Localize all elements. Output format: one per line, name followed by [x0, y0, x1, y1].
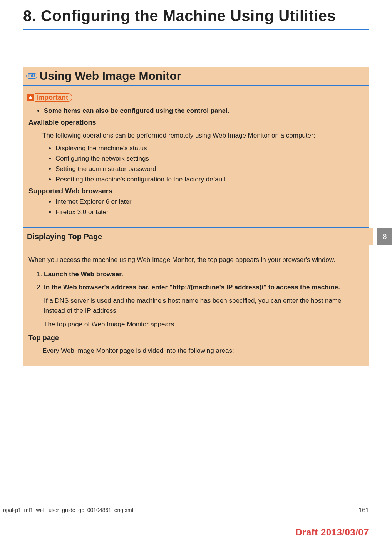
- subsection-heading-cell: Displaying Top Page: [23, 228, 373, 245]
- subsection-body: When you access the machine using Web Im…: [23, 245, 369, 356]
- step-item: Launch the Web browser.: [44, 269, 364, 279]
- step-body: The top page of Web Image Monitor appear…: [44, 319, 364, 329]
- chapter-side-tab: 8: [377, 228, 392, 245]
- section-heading: Using Web Image Monitor: [40, 69, 181, 82]
- available-ops-list: Displaying the machine's status Configur…: [28, 144, 364, 183]
- browsers-list: Internet Explorer 6 or later Firefox 3.0…: [28, 198, 364, 216]
- step-title: In the Web browser's address bar, enter …: [44, 284, 340, 291]
- footer-filename: opal-p1_mf1_wi-fi_user_guide_gb_00104861…: [3, 507, 133, 514]
- list-item: Resetting the machine's configuration to…: [55, 176, 364, 183]
- section-heading-row: FiO Using Web Image Monitor: [23, 67, 369, 86]
- available-ops-heading: Available operations: [28, 119, 364, 127]
- subsection-intro: When you access the machine using Web Im…: [28, 255, 364, 265]
- subsection-heading-row: Displaying Top Page 8: [23, 228, 369, 245]
- document-page: 8. Configuring the Machine Using Utiliti…: [0, 0, 392, 547]
- list-item: Setting the administrator password: [55, 165, 364, 173]
- available-ops-intro: The following operations can be performe…: [42, 131, 364, 141]
- important-body: Some items can also be configured using …: [23, 107, 369, 216]
- important-label: Important: [35, 93, 72, 102]
- list-item: Displaying the machine's status: [55, 144, 364, 152]
- svg-marker-0: [28, 96, 32, 99]
- fio-badge-icon: FiO: [26, 73, 37, 79]
- steps-list: Launch the Web browser. In the Web brows…: [28, 269, 364, 329]
- chapter-title: 8. Configuring the Machine Using Utiliti…: [23, 0, 369, 25]
- draft-stamp: Draft 2013/03/07: [295, 527, 369, 538]
- list-item: Firefox 3.0 or later: [55, 208, 364, 216]
- main-content-block: FiO Using Web Image Monitor Important So…: [23, 67, 369, 366]
- top-page-text: Every Web Image Monitor page is divided …: [42, 346, 364, 356]
- star-icon: [27, 94, 34, 101]
- important-item: Some items can also be configured using …: [44, 107, 364, 115]
- important-list: Some items can also be configured using …: [28, 107, 364, 115]
- list-item: Internet Explorer 6 or later: [55, 198, 364, 206]
- step-title: Launch the Web browser.: [44, 270, 123, 278]
- subsection-heading: Displaying Top Page: [27, 232, 102, 241]
- chapter-rule: [23, 29, 369, 30]
- important-callout: Important: [23, 86, 369, 102]
- step-item: In the Web browser's address bar, enter …: [44, 282, 364, 329]
- step-body: If a DNS server is used and the machine'…: [44, 296, 364, 315]
- browsers-heading: Supported Web browsers: [28, 187, 364, 195]
- footer-page-number: 161: [358, 507, 369, 514]
- page-footer: opal-p1_mf1_wi-fi_user_guide_gb_00104861…: [0, 507, 392, 514]
- top-page-heading: Top page: [28, 334, 364, 342]
- list-item: Configuring the network settings: [55, 155, 364, 163]
